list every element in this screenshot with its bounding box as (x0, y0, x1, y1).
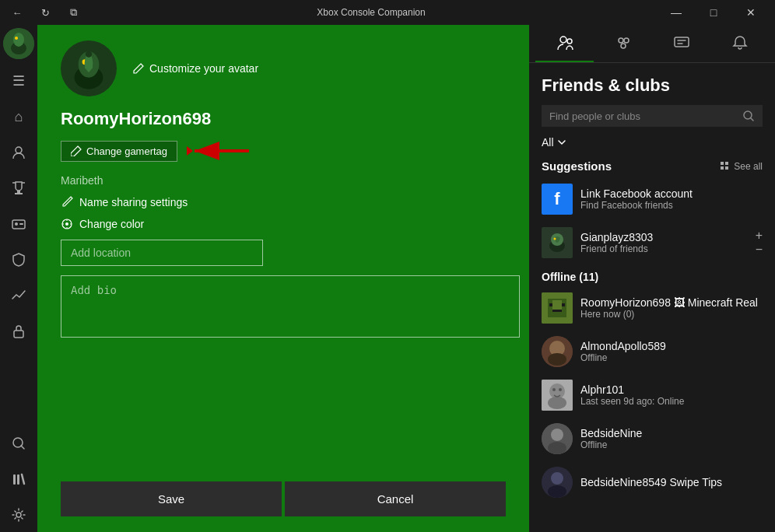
title-bar-left: ← ↻ ⧉ (6, 3, 84, 22)
suggestion-gianplayz[interactable]: Gianplayz8303 Friend of friends + − (529, 221, 775, 264)
see-all-button[interactable]: See all (720, 161, 763, 172)
svg-rect-33 (725, 162, 728, 165)
svg-marker-21 (187, 146, 193, 156)
search-icon (742, 110, 755, 122)
svg-point-23 (65, 222, 68, 226)
close-button[interactable]: ✕ (733, 0, 769, 25)
sidebar-search-icon[interactable] (2, 426, 36, 460)
change-gamertag-button[interactable]: Change gamertag (61, 141, 177, 162)
red-arrow (187, 138, 257, 163)
dismiss-button[interactable]: − (756, 243, 763, 256)
sidebar-avatar[interactable] (3, 28, 34, 59)
avatar-circle[interactable] (61, 40, 117, 96)
search-box[interactable] (542, 105, 763, 127)
right-panel-content: Friends & clubs All S (529, 63, 775, 532)
app-title: Xbox Console Companion (84, 7, 658, 18)
svg-rect-6 (15, 193, 23, 194)
all-filter-button[interactable]: All (542, 136, 566, 149)
gianplayz-info: Gianplayz8303 Friend of friends (580, 231, 748, 254)
gianplayz-name: Gianplayz8303 (580, 231, 748, 243)
svg-point-52 (548, 397, 566, 409)
tab-friends[interactable] (535, 25, 594, 62)
sidebar-social-icon[interactable] (2, 135, 36, 170)
friend-bedsidenine[interactable]: BedsideNine Offline (529, 417, 775, 460)
right-panel: Friends & clubs All S (529, 25, 775, 532)
avatar-row: Customize your avatar (61, 40, 506, 96)
svg-point-3 (15, 37, 18, 40)
friends-clubs-title: Friends & clubs (529, 63, 775, 102)
svg-point-27 (619, 38, 623, 43)
cancel-button[interactable]: Cancel (285, 481, 506, 516)
roomyhorizon-name: RoomyHorizon698 🖼 Minecraft Real (580, 296, 763, 309)
tab-party[interactable] (594, 25, 652, 62)
svg-point-56 (551, 429, 563, 441)
sidebar-shield-icon[interactable] (2, 243, 36, 277)
tab-notifications[interactable] (710, 25, 769, 62)
sidebar-trending-icon[interactable] (2, 278, 36, 313)
main-content: Customize your avatar RoomyHorizon698 Ch… (37, 25, 529, 532)
svg-rect-5 (17, 191, 20, 193)
change-color-row[interactable]: Change color (61, 218, 506, 230)
svg-rect-10 (14, 331, 23, 338)
svg-rect-32 (721, 162, 724, 165)
friend-almondapollo[interactable]: AlmondApollo589 Offline (529, 330, 775, 373)
suggestion-facebook[interactable]: f Link Facebook account Find Facebook fr… (529, 177, 775, 221)
add-friend-button[interactable]: + (756, 229, 763, 242)
bedsidenine-avatar (542, 423, 573, 454)
svg-point-54 (559, 388, 562, 391)
customize-avatar-button[interactable]: Customize your avatar (132, 62, 258, 75)
svg-point-8 (15, 222, 18, 226)
minimize-button[interactable]: — (658, 0, 694, 25)
svg-rect-35 (725, 166, 728, 170)
svg-point-25 (567, 39, 572, 44)
svg-point-53 (552, 388, 556, 391)
almondapollo-status: Offline (580, 352, 763, 363)
bottom-buttons: Save Cancel (61, 469, 506, 516)
search-input[interactable] (549, 110, 736, 122)
bedsidenine8549-avatar (542, 467, 573, 498)
gamertag-name: RoomyHorizon698 (61, 109, 506, 129)
see-all-label: See all (734, 161, 763, 172)
window-button[interactable]: ⧉ (62, 3, 84, 22)
sidebar-lock-icon[interactable] (2, 314, 36, 348)
svg-point-4 (16, 147, 22, 153)
offline-section-header: Offline (11) (529, 264, 775, 286)
refresh-button[interactable]: ↻ (34, 3, 56, 22)
real-name: Maribeth (61, 174, 506, 187)
bedsidenine8549-name: BedsideNine8549 Swipe Tips (580, 476, 763, 488)
friend-bedsidenine8549[interactable]: BedsideNine8549 Swipe Tips (529, 460, 775, 504)
sidebar-library-icon[interactable] (2, 462, 36, 496)
tab-messages[interactable] (652, 25, 710, 62)
sidebar-trophy-icon[interactable] (2, 171, 36, 205)
title-bar: ← ↻ ⧉ Xbox Console Companion — □ ✕ (0, 0, 775, 25)
almondapollo-avatar (542, 336, 573, 367)
save-button[interactable]: Save (61, 481, 282, 516)
location-input[interactable] (61, 240, 263, 266)
friend-alphr101[interactable]: Alphr101 Last seen 9d ago: Online (529, 373, 775, 417)
name-sharing-row[interactable]: Name sharing settings (61, 196, 506, 208)
svg-point-57 (548, 442, 566, 454)
left-sidebar: ☰ ⌂ (0, 25, 37, 532)
svg-point-2 (13, 33, 24, 47)
svg-point-24 (560, 37, 566, 43)
facebook-info: Link Facebook account Find Facebook frie… (580, 187, 763, 211)
back-button[interactable]: ← (6, 3, 28, 22)
alphr101-avatar (542, 380, 573, 411)
friend-roomyhorizon[interactable]: RoomyHorizon698 🖼 Minecraft Real Here no… (529, 286, 775, 330)
bio-input[interactable] (61, 275, 520, 338)
sidebar-settings-icon[interactable] (2, 498, 36, 532)
gianplayz-avatar (542, 227, 573, 258)
gamertag-display: RoomyHorizon698 (61, 106, 506, 129)
maximize-button[interactable]: □ (696, 0, 731, 25)
sidebar-home-icon[interactable]: ⌂ (2, 100, 36, 134)
almondapollo-info: AlmondApollo589 Offline (580, 340, 763, 363)
svg-rect-44 (562, 303, 565, 306)
window-controls: — □ ✕ (658, 0, 769, 25)
sidebar-gamepass-icon[interactable] (2, 207, 36, 241)
svg-point-39 (554, 238, 556, 240)
svg-point-28 (624, 38, 629, 43)
filter-label: All (542, 136, 554, 149)
sidebar-menu-icon[interactable]: ☰ (2, 64, 36, 98)
customize-label: Customize your avatar (149, 62, 258, 75)
svg-point-60 (548, 485, 566, 498)
